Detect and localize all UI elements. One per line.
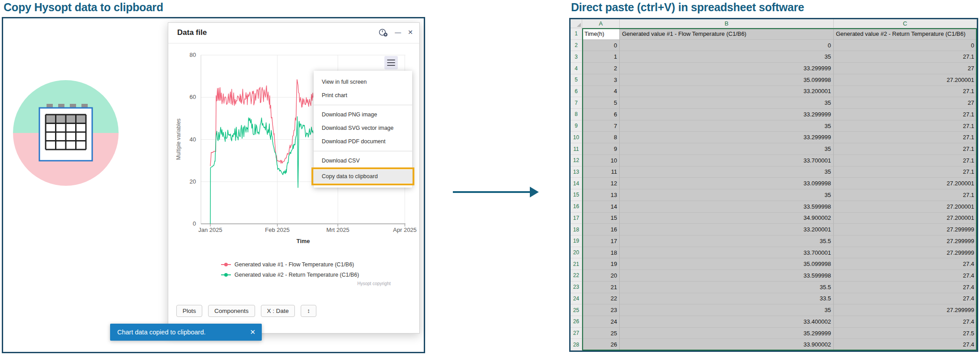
sheet-cell-a11[interactable]: 9 — [582, 143, 620, 155]
menu-item-copy-data-to-clipboard[interactable]: Copy data to clipboard — [314, 170, 412, 183]
sheet-cell-a13[interactable]: 11 — [582, 167, 620, 178]
row-header[interactable]: 24 — [571, 293, 582, 305]
sheet-cell-a6[interactable]: 4 — [582, 86, 620, 98]
sheet-cell-b28[interactable]: 33.900002 — [620, 339, 834, 351]
column-header-c[interactable]: C — [834, 19, 977, 28]
toast-close-icon[interactable]: ✕ — [250, 328, 256, 336]
sheet-cell-a21[interactable]: 19 — [582, 258, 620, 270]
sheet-cell-c13[interactable]: 27.1 — [834, 167, 977, 178]
sheet-cell-a9[interactable]: 7 — [582, 120, 620, 132]
menu-item-download-png-image[interactable]: Download PNG image — [314, 108, 412, 121]
sheet-cell-c14[interactable]: 27.200001 — [834, 178, 977, 189]
sheet-cell-b15[interactable]: 35 — [620, 189, 834, 201]
sheet-cell-c21[interactable]: 27.4 — [834, 258, 977, 270]
sheet-cell-c9[interactable]: 27.1 — [834, 120, 977, 132]
menu-item-view-in-full-screen[interactable]: View in full screen — [314, 75, 412, 89]
sheet-cell-a19[interactable]: 17 — [582, 235, 620, 247]
sheet-cell-c17[interactable]: 27.200001 — [834, 213, 977, 224]
sheet-cell-c25[interactable]: 27.299999 — [834, 304, 977, 316]
sheet-cell-b10[interactable]: 33.299999 — [620, 132, 834, 143]
sheet-cell-a3[interactable]: 1 — [582, 51, 620, 63]
sheet-cell-a26[interactable]: 24 — [582, 316, 620, 328]
sheet-cell-a7[interactable]: 5 — [582, 97, 620, 109]
sheet-cell-b9[interactable]: 35 — [620, 120, 834, 132]
sheet-cell-a2[interactable]: 0 — [582, 40, 620, 51]
legend-item-2[interactable]: Generated value #2 - Return Temperature … — [221, 272, 359, 278]
sheet-cell-c6[interactable]: 27.1 — [834, 86, 977, 98]
row-header[interactable]: 18 — [571, 224, 582, 235]
x-axis-date-button[interactable]: X : Date — [261, 305, 295, 317]
sheet-cell-b13[interactable]: 35 — [620, 167, 834, 178]
row-header[interactable]: 27 — [571, 328, 582, 339]
row-header[interactable]: 9 — [571, 120, 582, 132]
sheet-cell-b24[interactable]: 33.5 — [620, 293, 834, 305]
sheet-cell-a20[interactable]: 18 — [582, 247, 620, 259]
sheet-cell-a24[interactable]: 22 — [582, 293, 620, 305]
row-header[interactable]: 3 — [571, 51, 582, 63]
sheet-cell-a4[interactable]: 2 — [582, 63, 620, 74]
sheet-cell-c27[interactable]: 27.5 — [834, 328, 977, 339]
sheet-cell-b12[interactable]: 33.700001 — [620, 155, 834, 167]
row-header[interactable]: 7 — [571, 97, 582, 109]
sheet-cell-b23[interactable]: 35.5 — [620, 282, 834, 293]
menu-item-download-pdf-document[interactable]: Download PDF document — [314, 135, 412, 148]
resize-vertical-button[interactable]: ↕ — [301, 305, 316, 317]
select-all-corner[interactable] — [571, 19, 582, 28]
sheet-cell-c22[interactable]: 27.4 — [834, 270, 977, 282]
sheet-cell-c4[interactable]: 27 — [834, 63, 977, 74]
sheet-cell-c10[interactable]: 27.1 — [834, 132, 977, 143]
sheet-cell-header-c[interactable]: Generated value #2 - Return Temperature … — [834, 28, 977, 40]
sheet-cell-a28[interactable]: 26 — [582, 339, 620, 351]
sheet-cell-c20[interactable]: 27.299999 — [834, 247, 977, 259]
sheet-cell-b17[interactable]: 34.900002 — [620, 213, 834, 224]
sheet-cell-a16[interactable]: 14 — [582, 201, 620, 213]
sheet-cell-a10[interactable]: 8 — [582, 132, 620, 143]
row-header[interactable]: 13 — [571, 167, 582, 178]
sheet-cell-c26[interactable]: 27.4 — [834, 316, 977, 328]
sheet-cell-a25[interactable]: 23 — [582, 304, 620, 316]
sheet-cell-c15[interactable]: 27.1 — [834, 189, 977, 201]
sheet-cell-c5[interactable]: 27.200001 — [834, 74, 977, 86]
sheet-cell-b26[interactable]: 33.400002 — [620, 316, 834, 328]
sheet-cell-b14[interactable]: 33.099998 — [620, 178, 834, 189]
row-header[interactable]: 14 — [571, 178, 582, 189]
row-header[interactable]: 1 — [571, 28, 582, 40]
row-header[interactable]: 17 — [571, 213, 582, 224]
row-header[interactable]: 2 — [571, 40, 582, 51]
column-header-a[interactable]: A — [582, 19, 620, 28]
row-header[interactable]: 5 — [571, 74, 582, 86]
gauge-add-icon[interactable] — [379, 28, 388, 37]
sheet-cell-b11[interactable]: 35 — [620, 143, 834, 155]
sheet-cell-c8[interactable]: 27.1 — [834, 109, 977, 120]
row-header[interactable]: 12 — [571, 155, 582, 167]
minimize-button[interactable]: — — [395, 28, 401, 37]
sheet-cell-a8[interactable]: 6 — [582, 109, 620, 120]
sheet-cell-c23[interactable]: 27.4 — [834, 282, 977, 293]
sheet-cell-b6[interactable]: 33.200001 — [620, 86, 834, 98]
row-header[interactable]: 10 — [571, 132, 582, 143]
chart-context-menu-button[interactable] — [384, 56, 398, 69]
row-header[interactable]: 19 — [571, 235, 582, 247]
sheet-cell-c2[interactable]: 0 — [834, 40, 977, 51]
row-header[interactable]: 23 — [571, 282, 582, 293]
row-header[interactable]: 25 — [571, 304, 582, 316]
sheet-cell-a27[interactable]: 25 — [582, 328, 620, 339]
sheet-cell-b27[interactable]: 35.299999 — [620, 328, 834, 339]
sheet-cell-a23[interactable]: 21 — [582, 282, 620, 293]
sheet-cell-c3[interactable]: 27.1 — [834, 51, 977, 63]
sheet-cell-b22[interactable]: 33.599998 — [620, 270, 834, 282]
sheet-cell-a18[interactable]: 16 — [582, 224, 620, 235]
sheet-cell-b8[interactable]: 33.299999 — [620, 109, 834, 120]
components-button[interactable]: Components — [208, 305, 255, 317]
sheet-cell-header-b[interactable]: Generated value #1 - Flow Temperature (C… — [620, 28, 834, 40]
row-header[interactable]: 16 — [571, 201, 582, 213]
sheet-cell-c19[interactable]: 27.299999 — [834, 235, 977, 247]
menu-item-download-csv[interactable]: Download CSV — [314, 154, 412, 167]
sheet-cell-b5[interactable]: 35.099998 — [620, 74, 834, 86]
sheet-cell-b25[interactable]: 35 — [620, 304, 834, 316]
sheet-cell-a22[interactable]: 20 — [582, 270, 620, 282]
close-button[interactable]: ✕ — [408, 28, 413, 37]
sheet-cell-b18[interactable]: 33.200001 — [620, 224, 834, 235]
plots-button[interactable]: Plots — [176, 305, 202, 317]
sheet-cell-a5[interactable]: 3 — [582, 74, 620, 86]
